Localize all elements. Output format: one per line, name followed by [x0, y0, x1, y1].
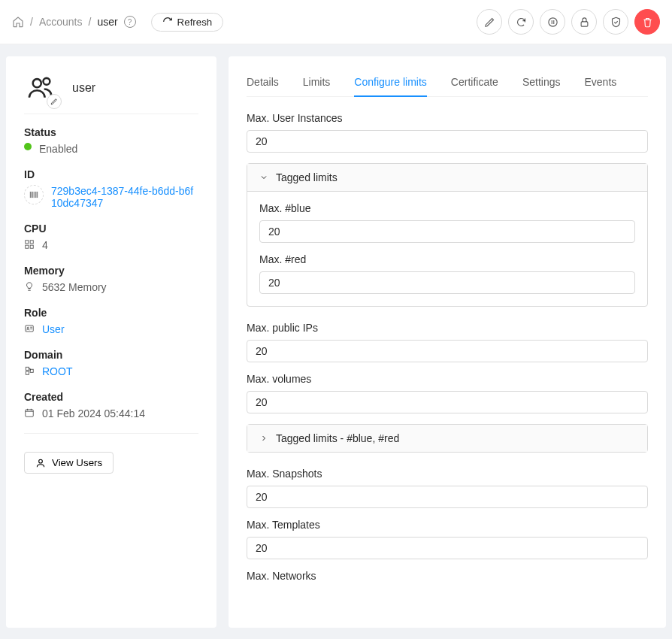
- svg-rect-12: [30, 369, 33, 372]
- max-templates-input[interactable]: [247, 537, 648, 559]
- id-value[interactable]: 729b3ec4-1387-44fe-b6dd-b6f10dc47347: [51, 185, 198, 209]
- role-value[interactable]: User: [42, 323, 65, 335]
- tab-settings[interactable]: Settings: [522, 68, 561, 97]
- block-icon: [24, 365, 35, 376]
- refresh-button[interactable]: Refresh: [151, 13, 224, 32]
- svg-rect-11: [26, 371, 29, 374]
- shield-button[interactable]: [603, 9, 628, 35]
- svg-point-3: [43, 78, 50, 85]
- content: user Status Enabled ID 729b3ec4-1387-44f…: [0, 44, 672, 639]
- cpu-label: CPU: [24, 223, 198, 235]
- user-icon: [35, 458, 46, 468]
- tab-events[interactable]: Events: [584, 68, 616, 97]
- breadcrumb: / Accounts / user ? Refresh: [12, 13, 223, 32]
- chevron-right-icon: [259, 434, 267, 443]
- memory-value: 5632 Memory: [42, 281, 107, 293]
- svg-rect-1: [581, 21, 588, 26]
- main-card: Details Limits Configure limits Certific…: [229, 56, 666, 628]
- barcode-icon[interactable]: [24, 185, 44, 204]
- max-user-instances-label: Max. User Instances: [247, 112, 648, 124]
- reload-icon: [162, 17, 173, 27]
- tabs: Details Limits Configure limits Certific…: [247, 68, 648, 97]
- appstore-icon: [24, 239, 35, 250]
- breadcrumb-accounts[interactable]: Accounts: [39, 16, 83, 28]
- max-volumes-label: Max. volumes: [247, 373, 648, 385]
- action-icons: [477, 9, 660, 35]
- divider: [24, 433, 198, 434]
- breadcrumb-separator: /: [88, 16, 91, 28]
- tagged-limits-header[interactable]: Tagged limits: [247, 164, 647, 192]
- avatar: [24, 71, 57, 104]
- max-snapshots-label: Max. Snapshots: [247, 468, 648, 480]
- breadcrumb-separator: /: [30, 16, 33, 28]
- domain-value[interactable]: ROOT: [42, 365, 72, 377]
- tab-certificate[interactable]: Certificate: [451, 68, 498, 97]
- id-label: ID: [24, 168, 198, 180]
- bulb-icon: [24, 281, 35, 292]
- cpu-value: 4: [42, 239, 48, 251]
- edit-button[interactable]: [477, 9, 502, 35]
- tagged-limits-panel: Tagged limits Max. #blue Max. #red: [247, 163, 648, 307]
- svg-rect-6: [26, 245, 29, 248]
- calendar-icon: [24, 407, 35, 418]
- breadcrumb-current: user: [97, 16, 117, 28]
- chevron-down-icon: [259, 173, 267, 182]
- lock-button[interactable]: [571, 9, 597, 35]
- svg-rect-5: [30, 241, 33, 244]
- max-volumes-input[interactable]: [247, 391, 648, 413]
- home-icon[interactable]: [12, 16, 24, 28]
- svg-point-9: [27, 327, 29, 329]
- created-label: Created: [24, 391, 198, 403]
- max-templates-label: Max. Templates: [247, 519, 648, 531]
- side-card: user Status Enabled ID 729b3ec4-1387-44f…: [6, 56, 216, 628]
- tab-limits[interactable]: Limits: [303, 68, 331, 97]
- role-label: Role: [24, 307, 198, 319]
- help-icon[interactable]: ?: [124, 16, 136, 28]
- user-name: user: [72, 81, 95, 95]
- svg-rect-4: [26, 241, 29, 244]
- svg-point-2: [33, 79, 41, 87]
- tab-details[interactable]: Details: [247, 68, 279, 97]
- svg-point-0: [548, 17, 556, 26]
- tab-configure-limits[interactable]: Configure limits: [354, 68, 426, 97]
- svg-point-14: [39, 459, 43, 463]
- domain-label: Domain: [24, 349, 198, 361]
- view-users-button[interactable]: View Users: [24, 452, 114, 474]
- memory-label: Memory: [24, 265, 198, 277]
- idcard-icon: [24, 323, 35, 334]
- svg-rect-7: [30, 245, 33, 248]
- svg-rect-10: [26, 367, 29, 370]
- tagged-limits-body: Max. #blue Max. #red: [247, 192, 647, 306]
- delete-button[interactable]: [634, 9, 660, 35]
- created-value: 01 Feb 2024 05:44:14: [42, 407, 145, 419]
- max-user-instances-input[interactable]: [247, 130, 648, 153]
- topbar: / Accounts / user ? Refresh: [0, 0, 672, 44]
- max-blue-input[interactable]: [259, 220, 635, 243]
- svg-rect-8: [26, 326, 34, 332]
- edit-avatar-button[interactable]: [47, 94, 62, 109]
- max-red-input[interactable]: [259, 271, 635, 294]
- tagged-limits2-header[interactable]: Tagged limits - #blue, #red: [247, 425, 647, 452]
- status-label: Status: [24, 126, 198, 138]
- user-header: user: [24, 71, 198, 114]
- status-value: Enabled: [39, 143, 77, 155]
- tagged-limits2-panel: Tagged limits - #blue, #red: [247, 424, 648, 453]
- max-snapshots-input[interactable]: [247, 486, 648, 508]
- sync-button[interactable]: [508, 9, 534, 35]
- max-red-label: Max. #red: [259, 253, 635, 265]
- max-blue-label: Max. #blue: [259, 202, 635, 214]
- pause-button[interactable]: [540, 9, 565, 35]
- max-public-ips-label: Max. public IPs: [247, 322, 648, 334]
- max-public-ips-input[interactable]: [247, 340, 648, 362]
- max-networks-label: Max. Networks: [247, 570, 648, 582]
- status-dot-icon: [24, 143, 32, 150]
- svg-rect-13: [26, 410, 34, 416]
